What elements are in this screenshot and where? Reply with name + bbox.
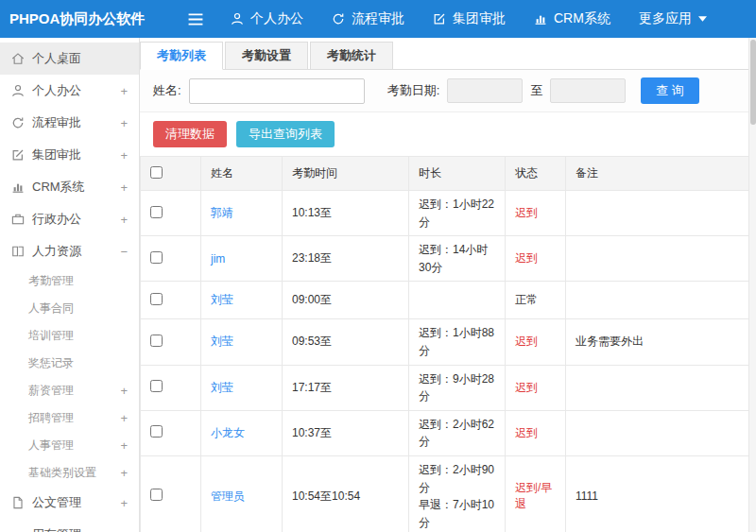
clean-data-button[interactable]: 清理数据 [153,121,227,147]
row-checkbox[interactable] [150,380,163,392]
tab-item[interactable]: 考勤设置 [225,42,308,70]
expand-toggle-icon[interactable]: + [120,384,128,398]
sidebar-item-label: 培训管理 [28,328,74,344]
employee-name-link[interactable]: 郭靖 [211,206,233,219]
sidebar-item-label: 招聘管理 [28,410,74,426]
name-cell: 刘莹 [201,282,283,319]
scrollbar-thumb[interactable] [750,40,756,125]
sidebar-item[interactable]: 行政办公+ [0,203,139,235]
column-header: 姓名 [201,157,283,191]
topnav-item[interactable]: 集团审批 [433,10,506,27]
menu-icon[interactable] [187,13,204,26]
expand-toggle-icon[interactable]: + [120,213,128,227]
employee-name-link[interactable]: 管理员 [211,489,245,503]
query-button[interactable]: 查 询 [641,77,699,104]
topnav-item-label: 更多应用 [639,10,692,27]
sidebar-item-label: 集团审批 [32,146,81,163]
sidebar-item-label: 奖惩记录 [28,355,74,371]
row-checkbox[interactable] [150,293,163,305]
topnav-item[interactable]: 流程审批 [332,10,404,27]
sidebar-item[interactable]: 培训管理 [0,322,139,350]
sidebar-item[interactable]: 奖惩记录 [0,350,139,377]
vertical-scrollbar[interactable] [748,38,756,532]
status-text: 正常 [515,293,538,306]
sidebar-item[interactable]: CRM系统+ [0,171,139,203]
employee-name-link[interactable]: jim [211,252,225,266]
time-cell: 10:54至10:54 [283,455,409,532]
expand-toggle-icon[interactable]: + [120,528,128,532]
select-all-checkbox[interactable] [150,166,163,179]
expand-toggle-icon[interactable]: + [120,180,128,195]
table-row: 刘莹17:17至迟到：9小时28分迟到 [141,365,756,410]
sidebar-item[interactable]: 考勤管理 [0,267,139,295]
sidebar-item[interactable]: 人事管理+ [0,432,139,459]
tab-item[interactable]: 考勤统计 [310,42,393,70]
duration-cell [409,282,506,319]
expand-toggle-icon[interactable]: + [120,466,128,480]
name-cell: 刘莹 [201,365,283,410]
employee-name-link[interactable]: 刘莹 [211,381,233,394]
top-nav: 个人办公流程审批集团审批CRM系统更多应用 [231,10,707,27]
name-cell: 刘莹 [201,319,283,365]
tab-item[interactable]: 考勤列表 [140,42,223,70]
duration-line: 迟到：2小时62分 [419,416,495,451]
expand-toggle-icon[interactable]: + [120,116,128,130]
row-checkbox[interactable] [150,206,163,218]
date-end-input[interactable] [550,78,626,103]
sidebar-item[interactable]: 用车管理+ [0,519,139,532]
duration-line: 迟到：2小时90分 [419,461,495,496]
employee-name-link[interactable]: 刘莹 [211,335,233,348]
name-filter-input[interactable] [189,78,365,104]
topnav-item[interactable]: 更多应用 [639,10,707,27]
duration-line: 迟到：9小时28分 [419,370,495,405]
row-checkbox[interactable] [150,335,163,347]
expand-toggle-icon[interactable]: − [120,245,128,259]
expand-toggle-icon[interactable]: + [120,496,128,510]
sidebar-item[interactable]: 人力资源− [0,235,139,267]
duration-line: 早退：7小时10分 [419,496,495,531]
employee-name-link[interactable]: 小龙女 [211,426,245,439]
sidebar-item-label: 薪资管理 [28,383,74,399]
sidebar-item[interactable]: 集团审批+ [0,139,139,171]
topnav-item[interactable]: CRM系统 [534,10,610,27]
row-check-cell [141,410,201,455]
topbar: PHPOA协同办公软件 个人办公流程审批集团审批CRM系统更多应用 [0,0,756,38]
sidebar-item[interactable]: 公文管理+ [0,487,139,519]
chart-icon [534,12,547,26]
expand-toggle-icon[interactable]: + [120,84,128,98]
topnav-item[interactable]: 个人办公 [231,10,303,27]
expand-toggle-icon[interactable]: + [120,438,128,453]
name-cell: 小龙女 [201,410,283,455]
sidebar-item[interactable]: 招聘管理+ [0,404,139,432]
expand-toggle-icon[interactable]: + [120,148,128,163]
sidebar-item[interactable]: 基础类别设置+ [0,459,139,487]
sidebar-item[interactable]: 个人办公+ [0,75,139,107]
sidebar-item[interactable]: 薪资管理+ [0,377,139,404]
date-start-input[interactable] [447,78,523,103]
edit-icon [11,148,25,162]
app-logo: PHPOA协同办公软件 [0,10,140,28]
user-icon [11,84,25,97]
time-cell: 17:17至 [283,365,409,410]
row-check-cell [141,236,201,282]
sidebar-item-label: 个人桌面 [32,50,81,67]
caret-down-icon [698,16,707,22]
select-all-cell [141,157,201,191]
row-checkbox[interactable] [150,251,163,264]
home-icon [11,52,25,65]
sidebar-item-label: 用车管理 [32,526,81,532]
duration-line: 迟到：1小时88分 [419,324,495,359]
table-row: 郭靖10:13至迟到：1小时22分迟到 [141,191,756,236]
sidebar-item[interactable]: 人事合同 [0,295,139,322]
row-checkbox[interactable] [150,489,163,501]
remark-cell [566,410,756,455]
employee-name-link[interactable]: 刘莹 [211,293,233,306]
expand-toggle-icon[interactable]: + [120,411,128,425]
status-cell: 迟到 [506,410,566,455]
attendance-table-wrap: 姓名考勤时间时长状态备注 郭靖10:13至迟到：1小时22分迟到jim23:18… [140,156,756,532]
row-checkbox[interactable] [150,425,163,438]
main-content: 考勤列表考勤设置考勤统计 姓名: 考勤日期: 至 查 询 清理数据 导出查询列表… [140,38,756,532]
sidebar-item[interactable]: 流程审批+ [0,107,139,139]
sidebar-item[interactable]: 个人桌面 [0,43,139,75]
export-list-button[interactable]: 导出查询列表 [236,121,335,147]
